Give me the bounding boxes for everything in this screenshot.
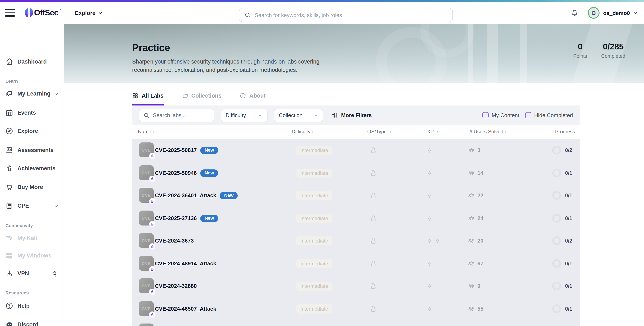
my-content-checkbox[interactable]: My Content <box>482 112 519 118</box>
tab-about[interactable]: About <box>240 93 266 105</box>
lab-thumbnail: CVE <box>139 188 154 203</box>
hamburger-menu-icon[interactable] <box>5 9 15 16</box>
avatar[interactable]: O <box>588 7 599 19</box>
difficulty-badge: Intermediate <box>296 304 332 313</box>
lab-row[interactable]: CVECVE-2025-27136NewIntermediate240/1 <box>132 207 580 230</box>
chevron-down-icon[interactable] <box>54 203 59 208</box>
sidebar-item-events[interactable]: Events <box>0 106 64 119</box>
labs-search-input[interactable] <box>153 112 210 118</box>
sidebar-item-cpe[interactable]: CPE <box>0 199 64 212</box>
lab-row[interactable]: CVECVE-2024-48914_AttackIntermediate670/… <box>132 252 580 275</box>
global-search-input[interactable] <box>255 12 448 18</box>
search-icon <box>244 12 251 18</box>
nav-explore[interactable]: Explore <box>75 10 103 16</box>
difficulty-filter[interactable]: Difficulty <box>220 109 268 122</box>
progress-ring <box>552 236 561 245</box>
collection-filter[interactable]: Collection <box>274 109 323 122</box>
lab-row[interactable]: CVECVE-2025-50817NewIntermediate30/2 <box>132 139 580 162</box>
progress-ring <box>552 146 561 154</box>
page-root: OffSec ™ Explore O os_demo0 <box>0 0 644 326</box>
lab-row[interactable]: CVE <box>132 320 580 326</box>
learning-icon <box>6 89 13 97</box>
offsec-logo[interactable]: OffSec ™ <box>24 7 61 19</box>
column-header-difficulty[interactable]: Difficulty↓↑ <box>292 129 314 135</box>
sidebar-item-help[interactable]: Help <box>0 300 64 312</box>
chevron-down-icon[interactable] <box>54 91 59 96</box>
column-header-os-type[interactable]: OS/Type↓↑ <box>367 129 391 135</box>
xp-bolt-icon <box>427 306 432 312</box>
main-content: Practice Sharpen your offensive security… <box>64 24 644 326</box>
plug-icon[interactable] <box>51 269 60 278</box>
tab-collections[interactable]: Collections <box>182 93 222 105</box>
lab-row[interactable]: CVECVE-2024-32880Intermediate90/1 <box>132 275 580 297</box>
download-icon <box>6 269 13 277</box>
sidebar-item-label: Discord <box>18 321 38 326</box>
sort-arrows-icon[interactable]: ↓↑ <box>504 130 508 134</box>
sidebar-item-my-kali[interactable]: My Kali <box>0 232 64 244</box>
info-icon <box>240 93 246 99</box>
sidebar-item-buy-more[interactable]: Buy More <box>0 181 64 193</box>
sidebar-item-label: Buy More <box>18 184 43 190</box>
sidebar-item-label: My Windows <box>18 252 51 259</box>
linux-icon <box>370 260 377 267</box>
points-value: 0 <box>573 42 587 51</box>
sidebar-item-label: Help <box>18 303 30 309</box>
sidebar-item-discord[interactable]: Discord <box>0 318 64 326</box>
users-solved-count: 3 <box>478 147 480 153</box>
decorative-stripe <box>468 24 473 83</box>
completed-value: 0/285 <box>601 42 625 51</box>
checkbox-box[interactable] <box>482 112 489 118</box>
user-menu-chevron-icon[interactable] <box>632 10 638 16</box>
hide-completed-checkbox[interactable]: Hide Completed <box>525 112 573 118</box>
lab-row[interactable]: CVECVE-2024-3673Intermediate200/2 <box>132 229 580 252</box>
sort-arrows-icon[interactable]: ↓↑ <box>435 130 438 134</box>
sidebar-item-achievements[interactable]: Achievements <box>0 162 64 174</box>
more-filters-button[interactable]: More Filters <box>332 112 372 118</box>
windows-icon <box>6 252 13 259</box>
users-solved-count: 9 <box>478 283 480 289</box>
column-header-xp[interactable]: XP↓↑ <box>427 129 438 135</box>
progress-ring <box>552 169 561 177</box>
compass-icon <box>6 127 13 135</box>
search-icon <box>143 112 150 118</box>
column-header--users-solved[interactable]: # Users Solved↓↑ <box>470 129 508 135</box>
sort-arrows-icon[interactable]: ↓↑ <box>152 130 156 134</box>
lock-icon <box>149 266 156 273</box>
sort-arrows-icon[interactable]: ↓↑ <box>388 130 391 134</box>
labs-table: CVECVE-2025-50817NewIntermediate30/2CVEC… <box>132 139 580 326</box>
kali-icon <box>6 234 13 242</box>
column-header-name[interactable]: Name↓↑ <box>138 129 156 135</box>
sidebar: DashboardLearnMy LearningEventsExploreAs… <box>0 24 64 326</box>
users-icon <box>468 237 475 244</box>
sidebar-item-dashboard[interactable]: Dashboard <box>0 55 64 68</box>
notifications-bell-icon[interactable] <box>570 9 578 17</box>
labs-search[interactable] <box>139 109 214 122</box>
xp-bolt-icon <box>427 283 432 289</box>
users-icon <box>468 282 475 290</box>
sort-arrows-icon[interactable]: ↓↑ <box>312 130 314 134</box>
sidebar-item-assessments[interactable]: Assessments <box>0 144 64 156</box>
lab-name: CVE-2025-50817 <box>155 147 197 153</box>
lab-row[interactable]: CVECVE-2025-50946NewIntermediate140/1 <box>132 162 580 184</box>
lab-thumbnail: CVE <box>139 142 154 157</box>
lab-name: CVE-2024-32880 <box>155 283 197 289</box>
sidebar-item-explore[interactable]: Explore <box>0 125 64 137</box>
lab-name: CVE-2024-36401_Attack <box>155 192 216 199</box>
sidebar-item-vpn[interactable]: VPN <box>0 267 64 280</box>
lab-row[interactable]: CVECVE-2024-36401_AttackNewIntermediate2… <box>132 184 580 207</box>
global-search[interactable] <box>239 8 453 22</box>
lock-icon <box>149 289 156 295</box>
sidebar-item-my-learning[interactable]: My Learning <box>0 87 64 100</box>
sidebar-item-my-windows[interactable]: My Windows <box>0 249 64 262</box>
checkbox-box[interactable] <box>525 112 532 118</box>
new-badge: New <box>220 192 238 199</box>
lock-icon <box>149 153 156 159</box>
progress-text: 0/1 <box>565 283 572 289</box>
users-solved-count: 55 <box>478 306 484 312</box>
grid-icon <box>132 93 138 99</box>
lab-row[interactable]: CVECVE-2024-46507_AttackIntermediate550/… <box>132 297 580 320</box>
tab-all-labs[interactable]: All Labs <box>132 93 164 105</box>
new-badge: New <box>200 146 218 154</box>
progress-ring <box>552 214 561 223</box>
home-icon <box>6 57 13 65</box>
